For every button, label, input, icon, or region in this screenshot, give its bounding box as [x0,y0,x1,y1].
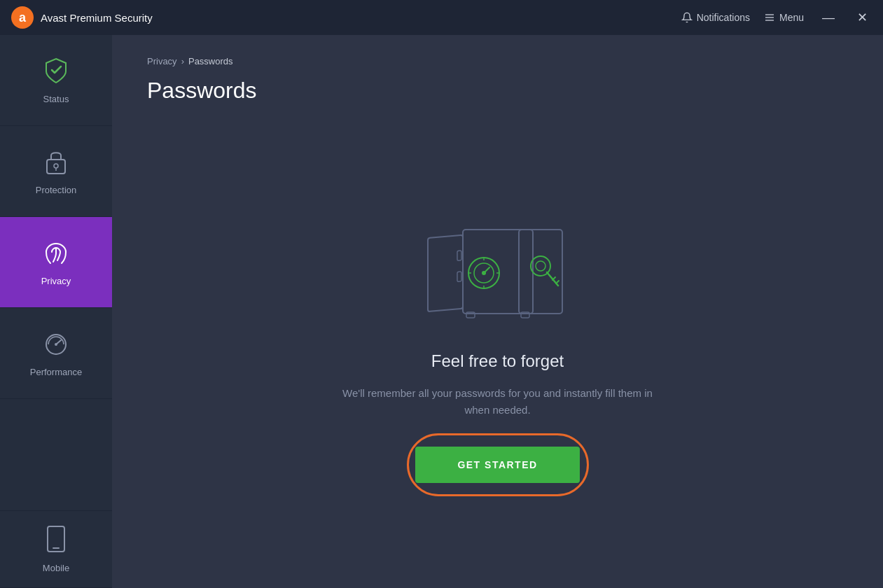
breadcrumb: Privacy › Passwords [147,56,848,66]
lock-icon [43,147,69,179]
svg-line-31 [552,277,555,280]
bell-icon [681,12,693,23]
app-logo: a [11,6,34,29]
svg-point-29 [536,261,545,271]
sidebar-performance-label: Performance [30,367,82,377]
svg-rect-16 [457,272,461,282]
svg-point-27 [482,271,486,275]
menu-button[interactable]: Menu [764,12,804,23]
speedometer-icon [42,329,70,361]
sidebar-item-status[interactable]: Status [0,35,112,126]
sidebar-item-protection[interactable]: Protection [0,126,112,217]
titlebar-actions: Notifications Menu — ✕ [681,10,872,25]
svg-rect-17 [519,230,562,314]
sidebar-item-performance[interactable]: Performance [0,308,112,399]
sidebar: Status Protection [0,35,112,588]
breadcrumb-parent: Privacy [147,56,177,66]
fingerprint-icon [42,238,70,270]
svg-rect-13 [463,230,533,314]
app-title: Avast Premium Security [41,12,681,24]
svg-point-6 [54,164,58,168]
close-button[interactable]: ✕ [853,10,872,25]
sidebar-bottom: Mobile [0,510,112,588]
sidebar-protection-label: Protection [36,185,77,195]
mobile-icon [46,525,66,557]
titlebar: a Avast Premium Security Notifications M… [0,0,883,35]
feature-title: Feel free to forget [431,351,564,371]
feature-desc: We'll remember all your passwords for yo… [330,385,666,419]
sidebar-item-mobile[interactable]: Mobile [0,510,112,588]
svg-text:a: a [19,10,27,24]
sidebar-status-label: Status [43,94,69,104]
content-center: Feel free to forget We'll remember all y… [147,132,848,567]
vault-illustration [421,216,575,330]
content-area: Privacy › Passwords Passwords [112,35,883,588]
page-title: Passwords [147,78,848,104]
svg-rect-5 [47,160,65,174]
svg-line-32 [556,281,559,284]
breadcrumb-separator: › [181,56,184,66]
menu-icon [764,12,775,23]
breadcrumb-current: Passwords [188,56,233,66]
sidebar-mobile-label: Mobile [43,563,69,573]
svg-point-10 [55,343,57,346]
svg-rect-15 [457,251,461,261]
sidebar-item-privacy[interactable]: Privacy [0,217,112,308]
shield-check-icon [42,56,70,88]
cta-wrapper: GET STARTED [415,447,579,483]
get-started-button[interactable]: GET STARTED [415,447,579,483]
minimize-button[interactable]: — [818,10,839,25]
vault-svg [421,216,575,328]
main-layout: Status Protection [0,35,883,588]
sidebar-privacy-label: Privacy [41,276,71,286]
notifications-button[interactable]: Notifications [681,12,750,23]
